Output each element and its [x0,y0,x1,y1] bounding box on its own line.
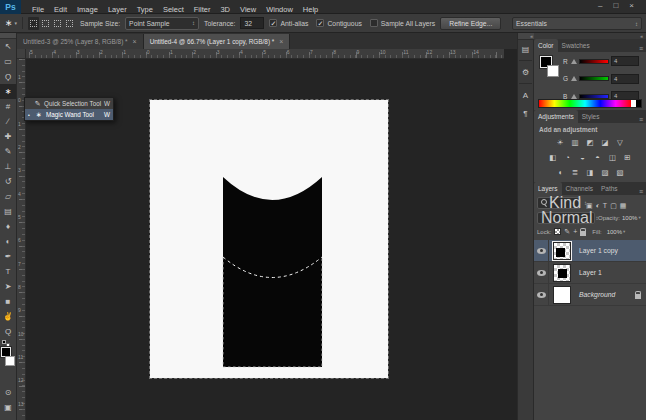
paragraph-panel-button[interactable]: ¶ [519,107,532,120]
menu-layer[interactable]: Layer [103,5,132,14]
panel-tab-styles[interactable]: Styles [578,110,604,123]
layer-name[interactable]: Background [579,291,630,298]
checkbox-box[interactable] [370,19,378,27]
menu-file[interactable]: File [27,5,49,14]
menu-edit[interactable]: Edit [49,5,72,14]
eye-icon[interactable] [537,248,546,254]
panel-tab-adjustments[interactable]: Adjustments [534,110,578,123]
workspace-switcher[interactable]: Essentials ↕ [512,17,642,30]
color-balance-icon[interactable]: ◔ [562,152,573,162]
menu-type[interactable]: Type [132,5,158,14]
flyout-item-magic-wand-tool[interactable]: •∗Magic Wand ToolW [25,109,113,120]
checkbox-anti-alias[interactable]: ✓Anti-alias [269,19,308,27]
filter-type-layers-icon[interactable]: T [603,202,607,209]
filter-adjustment-layers-icon[interactable]: ◐ [596,202,600,209]
posterize-icon[interactable]: ≣ [570,167,581,177]
hue-ramp[interactable] [539,100,631,107]
close-icon[interactable]: × [133,38,137,45]
opacity-value[interactable]: 100% ▾ [622,215,641,221]
layer-name[interactable]: Layer 1 [579,269,630,276]
layer-row[interactable]: Background [534,284,646,306]
refine-edge-button[interactable]: Refine Edge... [440,17,501,30]
horizontal-ruler[interactable]: 5432101234567891011121314 [26,49,504,59]
lock-all-icon[interactable] [580,231,586,236]
healing-brush-tool[interactable]: ✚ [0,129,16,144]
checkbox-box[interactable]: ✓ [269,19,277,27]
type-tool[interactable]: T [0,264,16,279]
history-panel-button[interactable]: ▤ [519,43,532,56]
filter-shape-layers-icon[interactable]: ▢ [610,202,617,209]
channel-mixer-icon[interactable]: ◫ [607,152,618,162]
lock-transparent-pixels-icon[interactable] [554,228,561,235]
magic-wand-tool[interactable]: ∗ [0,84,16,99]
path-selection-tool[interactable]: ➤ [0,279,16,294]
gradient-tool[interactable]: ▤ [0,204,16,219]
layer-name[interactable]: Layer 1 copy [579,247,630,254]
checkbox-contiguous[interactable]: ✓Contiguous [316,19,361,27]
layer-thumbnail[interactable] [553,242,571,260]
zoom-tool[interactable]: Q [0,324,16,339]
menu-select[interactable]: Select [158,5,189,14]
hue-saturation-icon[interactable]: ◧ [547,152,558,162]
active-tool-preset[interactable]: ∗ ▾ [5,18,17,28]
black-and-white-icon[interactable]: ◒ [577,152,588,162]
menu-filter[interactable]: Filter [189,5,216,14]
visibility-cell[interactable] [534,240,549,262]
panel-menu-icon[interactable]: ≡ [639,45,646,52]
threshold-icon[interactable]: ◨ [585,167,596,177]
brush-tool[interactable]: ✎ [0,144,16,159]
lock-position-icon[interactable]: + [573,228,577,235]
eye-icon[interactable] [537,292,546,298]
checkbox-sample-all-layers[interactable]: Sample All Layers [370,19,435,27]
background-color-chip[interactable] [547,65,559,77]
move-tool[interactable]: ↖ [0,39,16,54]
screen-mode[interactable]: ▣ [0,400,16,415]
new-selection-icon[interactable] [28,17,39,30]
subtract-from-selection-icon[interactable] [52,17,63,30]
panel-tab-swatches[interactable]: Swatches [558,39,594,52]
menu-3d[interactable]: 3D [215,5,235,14]
eraser-tool[interactable]: ▱ [0,189,16,204]
lock-image-pixels-icon[interactable]: ✎ [564,228,570,236]
slider-value-field[interactable]: 4 [611,56,639,66]
color-spectrum-bar[interactable] [538,99,642,108]
slider-track[interactable] [579,76,609,81]
curves-icon[interactable]: ◩ [585,137,596,147]
menu-window[interactable]: Window [261,5,298,14]
add-to-selection-icon[interactable] [40,17,51,30]
panel-tab-color[interactable]: Color [534,39,558,52]
lasso-tool[interactable]: Ϙ [0,69,16,84]
visibility-cell[interactable] [534,262,549,284]
panel-menu-icon[interactable]: ≡ [639,188,646,195]
rectangle-tool[interactable]: ■ [0,294,16,309]
filter-smart-objects-icon[interactable]: ▦ [620,202,627,209]
layer-filter-kind-dropdown[interactable]: Kind ↕ [537,197,581,209]
exposure-icon[interactable]: ◪ [600,137,611,147]
tolerance-input[interactable]: 32 [240,17,264,29]
intersect-selection-icon[interactable] [64,17,75,30]
document-canvas[interactable] [150,100,388,378]
clone-stamp-tool[interactable]: ⊥ [0,159,16,174]
properties-panel-button[interactable]: ⚙ [519,66,532,79]
slider-value-field[interactable]: 4 [611,74,639,84]
eyedropper-tool[interactable]: ∕ [0,114,16,129]
window-close-button[interactable]: × [629,1,634,10]
character-panel-button[interactable]: A [519,89,532,102]
hand-tool[interactable]: ✌ [0,309,16,324]
quick-mask-mode[interactable]: ⊙ [0,385,16,400]
crop-tool[interactable]: # [0,99,16,114]
dodge-tool[interactable]: ◐ [0,234,16,249]
slider-track[interactable] [579,59,609,64]
brightness-contrast-icon[interactable]: ☀ [555,137,566,147]
layer-row[interactable]: Layer 1 copy [534,240,646,262]
eye-icon[interactable] [537,270,546,276]
background-color-chip[interactable] [5,356,15,366]
invert-icon[interactable]: ◖ [555,167,566,177]
window-minimize-button[interactable]: – [598,1,602,10]
window-restore-button[interactable]: □ [613,1,618,10]
menu-image[interactable]: Image [72,5,103,14]
close-icon[interactable]: × [279,38,283,45]
photo-filter-icon[interactable]: ◓ [592,152,603,162]
document-tab[interactable]: Untitled-3 @ 25% (Layer 8, RGB/8) *× [17,34,144,49]
document-tab[interactable]: Untitled-4 @ 66.7% (Layer 1 copy, RGB/8)… [144,34,291,49]
